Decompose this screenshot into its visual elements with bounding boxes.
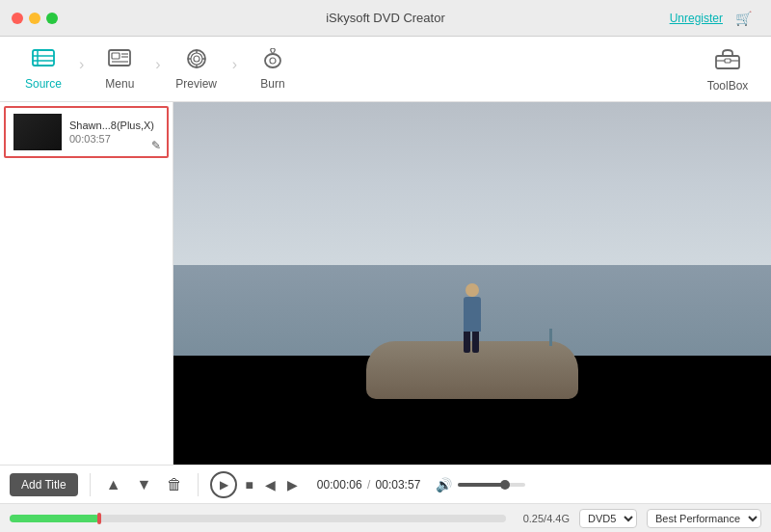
svg-point-10 bbox=[191, 53, 202, 65]
toolbar: Source › Menu › bbox=[0, 37, 771, 102]
progress-bar-area: 0.25/4.4G DVD5 DVD9 Best Performance Hig… bbox=[0, 503, 771, 532]
toolbar-item-preview[interactable]: Preview bbox=[163, 40, 230, 98]
toolbar-item-menu[interactable]: Menu bbox=[86, 40, 153, 98]
time-separator: / bbox=[367, 478, 374, 492]
burn-label: Burn bbox=[260, 77, 284, 91]
svg-rect-19 bbox=[725, 59, 731, 63]
minimize-button[interactable] bbox=[29, 13, 40, 24]
video-duration: 00:03:57 bbox=[69, 133, 159, 145]
add-title-button[interactable]: Add Title bbox=[10, 473, 78, 496]
burn-icon bbox=[260, 48, 285, 73]
person-figure bbox=[464, 283, 481, 353]
app-title: iSkysoft DVD Creator bbox=[326, 11, 445, 25]
stop-button[interactable]: ■ bbox=[241, 475, 256, 494]
divider-1 bbox=[90, 473, 91, 496]
person-leg-right bbox=[472, 332, 479, 353]
svg-point-16 bbox=[265, 54, 280, 67]
current-time: 00:00:06 bbox=[317, 478, 362, 492]
svg-point-11 bbox=[194, 56, 199, 62]
arrow-1: › bbox=[79, 56, 84, 73]
menu-icon bbox=[107, 48, 132, 73]
svg-rect-0 bbox=[33, 50, 54, 66]
arrow-2: › bbox=[155, 56, 160, 73]
volume-control: 🔊 bbox=[436, 477, 525, 492]
source-icon bbox=[31, 48, 56, 73]
time-display: 00:00:06 / 00:03:57 bbox=[317, 478, 420, 492]
maximize-button[interactable] bbox=[46, 13, 58, 24]
source-label: Source bbox=[25, 77, 62, 91]
video-name: Shawn...8(Plus,X) bbox=[69, 120, 159, 131]
quality-select[interactable]: Best Performance High Quality Standard Q… bbox=[647, 509, 761, 528]
volume-slider[interactable] bbox=[458, 483, 525, 487]
total-time: 00:03:57 bbox=[376, 478, 421, 492]
toolbox-icon bbox=[714, 46, 741, 75]
progress-fill bbox=[10, 515, 99, 522]
unregister-link[interactable]: Unregister bbox=[670, 12, 723, 25]
close-button[interactable] bbox=[12, 13, 23, 24]
thumbnail-image bbox=[13, 114, 62, 150]
prev-frame-button[interactable]: ◀ bbox=[261, 475, 279, 494]
title-bar: iSkysoft DVD Creator Unregister 🛒 bbox=[0, 0, 771, 37]
person-body bbox=[464, 297, 481, 332]
video-list-item[interactable]: Shawn...8(Plus,X) 00:03:57 ✎ bbox=[4, 106, 169, 158]
traffic-lights bbox=[12, 13, 58, 24]
video-thumbnail bbox=[13, 114, 62, 150]
post-element bbox=[549, 329, 552, 346]
progress-marker bbox=[97, 513, 101, 524]
preview-area bbox=[173, 102, 771, 465]
main-content: Shawn...8(Plus,X) 00:03:57 ✎ bbox=[0, 102, 771, 465]
playback-controls: ▶ ■ ◀ ▶ bbox=[210, 471, 301, 498]
toolbar-item-burn[interactable]: Burn bbox=[239, 40, 306, 98]
toolbar-item-source[interactable]: Source bbox=[10, 40, 77, 98]
volume-knob bbox=[500, 480, 510, 490]
video-info: Shawn...8(Plus,X) 00:03:57 bbox=[69, 120, 159, 145]
toolbox-label: ToolBox bbox=[707, 79, 749, 93]
person-head bbox=[465, 283, 479, 297]
sky-background bbox=[173, 102, 771, 265]
video-edit-icon[interactable]: ✎ bbox=[151, 139, 161, 152]
progress-track bbox=[10, 515, 506, 522]
format-select[interactable]: DVD5 DVD9 bbox=[579, 509, 637, 528]
menu-label: Menu bbox=[105, 77, 134, 91]
svg-rect-5 bbox=[112, 53, 120, 59]
preview-icon bbox=[184, 48, 209, 73]
cart-icon[interactable]: 🛒 bbox=[735, 11, 752, 26]
letterbox-bottom bbox=[173, 421, 771, 465]
preview-label: Preview bbox=[175, 77, 217, 91]
controls-bar: Add Title ▲ ▼ 🗑 ▶ ■ ◀ ▶ 00:00:06 / 00:03… bbox=[0, 465, 771, 503]
play-button[interactable]: ▶ bbox=[210, 471, 237, 498]
move-down-button[interactable]: ▼ bbox=[133, 474, 156, 495]
video-scene bbox=[173, 102, 771, 465]
arrow-3: › bbox=[232, 56, 237, 73]
toolbar-item-toolbox[interactable]: ToolBox bbox=[694, 40, 761, 98]
next-frame-button[interactable]: ▶ bbox=[283, 475, 302, 494]
volume-fill bbox=[458, 483, 505, 487]
left-panel: Shawn...8(Plus,X) 00:03:57 ✎ bbox=[0, 102, 173, 465]
svg-point-17 bbox=[270, 58, 276, 64]
move-up-button[interactable]: ▲ bbox=[102, 474, 125, 495]
delete-button[interactable]: 🗑 bbox=[163, 474, 186, 495]
storage-info: 0.25/4.4G bbox=[523, 513, 570, 524]
person-leg-left bbox=[464, 332, 470, 353]
divider-2 bbox=[198, 473, 199, 496]
person-legs bbox=[464, 332, 481, 353]
volume-icon: 🔊 bbox=[436, 477, 452, 492]
